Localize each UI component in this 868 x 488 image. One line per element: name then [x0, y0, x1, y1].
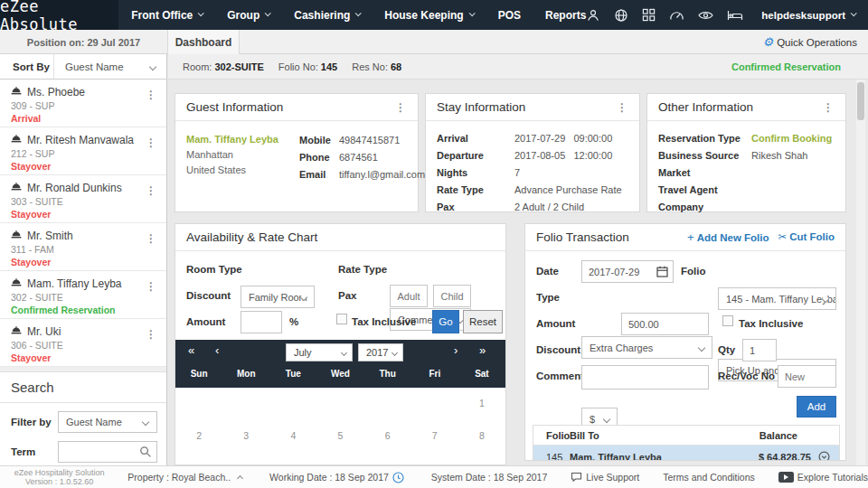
next-month-arrow[interactable] — [454, 343, 458, 357]
vertical-scrollbar-track[interactable] — [856, 80, 865, 465]
prev-year-arrow[interactable] — [188, 343, 194, 357]
card-title: Stay Information — [437, 100, 525, 114]
menu-reports[interactable]: Reports — [545, 9, 586, 22]
rate-type-value: Advance Purchase Rate — [514, 182, 622, 199]
comment-input[interactable] — [581, 365, 709, 389]
sort-by-select[interactable]: Guest Name — [54, 54, 166, 79]
menu-group[interactable]: Group — [227, 9, 269, 22]
charge-amount-input[interactable] — [621, 313, 709, 335]
calendar-day[interactable]: 7 — [411, 420, 458, 452]
property-selector[interactable]: Property : Royal Beach.. — [127, 472, 242, 483]
guest-list-item[interactable]: Mr. Ritesh Manvawala 212 - SUP Stayover — [0, 127, 166, 175]
guest-room: 303 - SUITE — [11, 196, 159, 207]
calendar-day[interactable]: 2 — [175, 420, 222, 452]
vertical-scrollbar-thumb[interactable] — [857, 82, 864, 120]
bell-icon — [11, 230, 22, 242]
guest-list-item[interactable]: Mr. Uki 306 - SUITE Stayover — [0, 319, 166, 367]
eye-icon[interactable] — [698, 10, 713, 21]
kebab-menu-icon[interactable] — [146, 328, 157, 341]
quick-operations-button[interactable]: Quick Operations — [762, 30, 857, 54]
calendar-day[interactable]: 6 — [364, 420, 411, 452]
go-button[interactable]: Go — [432, 310, 459, 333]
pax-label: Pax — [338, 290, 356, 301]
globe-icon[interactable] — [614, 8, 628, 23]
tutorials-link[interactable]: Explore Tutorials — [778, 472, 868, 483]
guest-list-item[interactable]: Ms. Phoebe 309 - SUP Arrival — [0, 80, 166, 127]
amount-input[interactable] — [241, 311, 282, 333]
calendar-week-row: 1 — [175, 388, 505, 419]
calendar-icon[interactable] — [656, 266, 668, 277]
guest-list-item[interactable]: Mam. Tiffany Leyba 302 - SUITE Confirmed… — [0, 271, 166, 319]
system-date: System Date : 18 Sep 2017 — [431, 472, 547, 483]
calendar-day[interactable] — [316, 388, 363, 419]
charge-type-select[interactable]: Extra Charges — [581, 336, 712, 359]
calendar-day[interactable] — [364, 388, 411, 419]
calendar-day[interactable]: 1 — [458, 388, 505, 419]
menu-house-keeping[interactable]: House Keeping — [384, 9, 473, 22]
filter-by-select[interactable]: Guest Name — [58, 411, 157, 433]
qty-input[interactable] — [742, 339, 777, 361]
bed-icon[interactable] — [727, 9, 743, 22]
next-year-arrow[interactable] — [479, 343, 486, 357]
table-row[interactable]: 145 Mam. Tiffany Leyba $ 64,828.75 — [533, 446, 839, 461]
calendar-day[interactable]: 8 — [458, 420, 505, 452]
gear-icon — [762, 35, 773, 49]
recvoc-input[interactable] — [778, 365, 836, 388]
tax-inclusive-checkbox[interactable] — [336, 314, 347, 324]
account-menu[interactable]: helpdesksupport — [761, 10, 855, 21]
bell-icon — [11, 86, 22, 99]
reset-button[interactable]: Reset — [463, 310, 503, 333]
amount-label: Amount — [536, 318, 575, 329]
expand-row-icon[interactable] — [818, 451, 830, 461]
room-type-select[interactable]: Family Room — [241, 286, 315, 308]
qty-label: Qty — [718, 344, 735, 355]
kebab-menu-icon[interactable] — [395, 101, 407, 114]
menu-pos[interactable]: POS — [498, 9, 521, 22]
apps-grid-icon[interactable] — [642, 8, 656, 22]
term-label: Term — [11, 446, 58, 457]
tax-inclusive-checkbox[interactable] — [722, 315, 733, 326]
room-type-label: Room Type — [186, 264, 242, 275]
calendar-day[interactable] — [175, 388, 222, 419]
menu-cashiering[interactable]: Cashiering — [294, 9, 360, 22]
guest-list-item[interactable]: Mr. Smith 311 - FAM Stayover — [0, 223, 166, 271]
tab-dashboard[interactable]: Dashboard — [167, 30, 240, 54]
res-no-info: Res No:68 — [352, 61, 401, 72]
business-source-value: Rikesh Shah — [751, 147, 807, 164]
card-title: Folio Transaction — [536, 230, 629, 244]
add-new-folio-link[interactable]: Add New Folio — [687, 230, 769, 244]
guest-status: Arrival — [11, 113, 159, 124]
add-button[interactable]: Add — [797, 396, 836, 418]
live-support-link[interactable]: Live Support — [571, 472, 639, 483]
search-icon — [139, 446, 152, 458]
prev-month-arrow[interactable] — [215, 343, 219, 357]
guest-status: Confirmed Reservation — [11, 305, 159, 315]
guest-status: Stayover — [11, 257, 159, 267]
pax-child-input[interactable] — [433, 285, 471, 307]
gauge-icon[interactable] — [669, 9, 684, 22]
menu-front-office[interactable]: Front Office — [131, 9, 203, 22]
calendar-day[interactable]: 3 — [222, 420, 269, 452]
cut-folio-link[interactable]: Cut Folio — [778, 230, 835, 244]
kebab-menu-icon[interactable] — [146, 184, 157, 197]
kebab-menu-icon[interactable] — [146, 89, 157, 101]
calendar-day[interactable] — [411, 388, 458, 419]
kebab-menu-icon[interactable] — [146, 232, 157, 245]
pax-adult-input[interactable] — [390, 285, 428, 307]
user-icon[interactable] — [586, 8, 600, 23]
kebab-menu-icon[interactable] — [823, 101, 835, 114]
folio-no-info: Folio No:145 — [278, 61, 337, 72]
kebab-menu-icon[interactable] — [146, 280, 157, 293]
calendar-day[interactable] — [222, 388, 269, 419]
calendar-day[interactable]: 5 — [316, 420, 363, 452]
terms-link[interactable]: Terms and Conditions — [663, 472, 755, 483]
guest-list-item[interactable]: Mr. Ronald Dunkins 303 - SUITE Stayover — [0, 175, 166, 223]
year-select[interactable]: 2017 — [358, 343, 403, 361]
calendar-day[interactable]: 4 — [269, 420, 316, 452]
calendar-day[interactable] — [269, 388, 316, 419]
kebab-menu-icon[interactable] — [617, 101, 628, 114]
account-name: helpdesksupport — [761, 10, 845, 21]
kebab-menu-icon[interactable] — [146, 136, 157, 149]
month-select[interactable]: July — [286, 343, 353, 361]
folio-select[interactable]: 145 - Mam. Tiffany Leyba — [718, 287, 836, 310]
